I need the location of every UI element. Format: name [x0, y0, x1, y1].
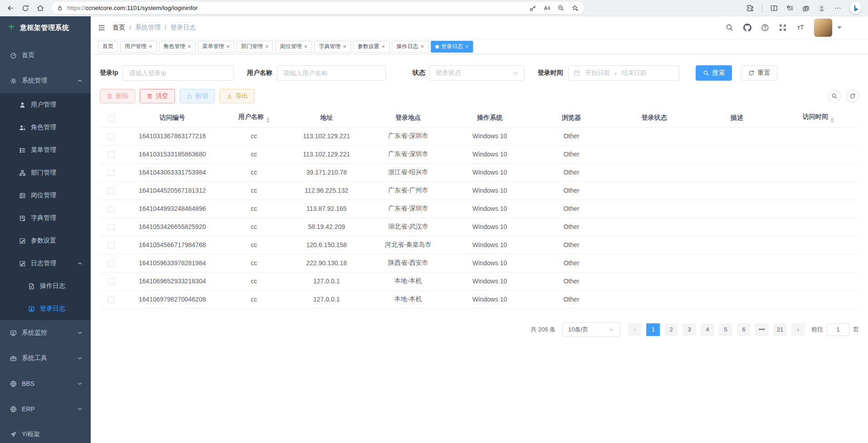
collections-button[interactable] [802, 4, 810, 12]
page-ellipsis-button[interactable]: ••• [755, 323, 769, 336]
extensions-button[interactable] [746, 4, 754, 12]
split-screen-button[interactable] [770, 4, 778, 12]
tab-close-icon[interactable]: × [343, 44, 346, 49]
row-checkbox[interactable] [108, 242, 114, 248]
login-ip-input[interactable] [122, 65, 234, 81]
tab-dict-mgmt[interactable]: 字典管理× [314, 41, 351, 53]
goto-page-input[interactable] [827, 323, 849, 336]
app: 意框架管理系统 首页 系统管理 用户管理 [0, 16, 868, 443]
row-checkbox[interactable] [108, 297, 114, 303]
help-button[interactable] [761, 24, 769, 32]
page-size-select[interactable]: 10条/页 [562, 322, 620, 337]
bing-chat-button[interactable] [849, 2, 862, 14]
sort-icon[interactable] [830, 117, 834, 123]
sidebar-item-roles[interactable]: 角色管理 [0, 116, 91, 139]
tab-close-icon[interactable]: × [304, 44, 307, 49]
tab-close-icon[interactable]: × [265, 44, 269, 49]
sidebar-item-erp[interactable]: ERP [0, 396, 91, 422]
tab-user-mgmt[interactable]: 用户管理× [120, 41, 157, 53]
fullscreen-button[interactable] [779, 24, 787, 32]
delete-button[interactable]: 删除 [100, 89, 135, 103]
sidebar-item-posts[interactable]: 岗位管理 [0, 184, 91, 207]
breadcrumb-home[interactable]: 首页 [112, 24, 125, 32]
github-link[interactable] [743, 24, 751, 32]
select-all-checkbox[interactable] [108, 115, 114, 122]
prev-page-button[interactable]: ‹ [628, 323, 642, 336]
tab-menu-mgmt[interactable]: 菜单管理× [198, 41, 234, 53]
page-button-3[interactable]: 3 [683, 323, 696, 336]
header-search-button[interactable] [726, 24, 734, 32]
sort-icon[interactable] [266, 117, 270, 123]
sidebar-item-home[interactable]: 首页 [0, 43, 91, 68]
row-checkbox[interactable] [108, 224, 114, 230]
next-page-button[interactable]: › [791, 323, 805, 336]
tab-close-icon[interactable]: × [465, 44, 469, 49]
refresh-table-button[interactable] [846, 90, 859, 102]
col-time[interactable]: 访问时间 [778, 109, 859, 127]
page-button-4[interactable]: 4 [701, 323, 714, 336]
sidebar-item-yi-framework[interactable]: Yi框架 [0, 422, 91, 443]
page-button-5[interactable]: 5 [719, 323, 732, 336]
row-checkbox[interactable] [108, 170, 114, 176]
browser-profile-button[interactable] [818, 4, 826, 12]
tab-home[interactable]: 首页 [98, 41, 118, 53]
tab-close-icon[interactable]: × [226, 44, 230, 49]
tab-operation-log[interactable]: 操作日志× [392, 41, 429, 53]
browser-home-button[interactable] [36, 4, 44, 12]
sidebar-item-menus[interactable]: 菜单管理 [0, 139, 91, 161]
sidebar-item-operation-log[interactable]: 操作日志 [0, 275, 91, 297]
sidebar-item-departments[interactable]: 部门管理 [0, 161, 91, 184]
sidebar-item-bbs[interactable]: BBS [0, 371, 91, 396]
row-checkbox[interactable] [108, 133, 114, 140]
tab-post-mgmt[interactable]: 岗位管理× [275, 41, 312, 53]
tab-role-mgmt[interactable]: 角色管理× [159, 41, 196, 53]
search-button[interactable]: 搜索 [696, 65, 732, 81]
row-checkbox[interactable] [108, 260, 114, 267]
password-button[interactable] [529, 5, 536, 12]
tab-param-settings[interactable]: 参数设置× [353, 41, 390, 53]
sidebar-item-system[interactable]: 系统管理 [0, 68, 91, 93]
toggle-search-button[interactable] [828, 90, 841, 102]
page-button-2[interactable]: 2 [664, 323, 678, 336]
tab-close-icon[interactable]: × [382, 44, 385, 49]
browser-menu-button[interactable] [834, 4, 842, 12]
row-checkbox[interactable] [108, 188, 114, 194]
address-bar[interactable]: https://ccnetcore.com:1101/system/log/lo… [51, 2, 584, 14]
read-aloud-button[interactable] [543, 5, 551, 12]
tab-dept-mgmt[interactable]: 部门管理× [237, 41, 273, 53]
tab-close-icon[interactable]: × [420, 44, 424, 49]
tab-close-icon[interactable]: × [149, 44, 152, 49]
tab-login-log[interactable]: 登录日志× [431, 41, 473, 53]
sidebar-item-parameters[interactable]: 参数设置 [0, 229, 91, 252]
page-button-1[interactable]: 1 [646, 323, 660, 336]
favorites-button[interactable] [786, 4, 794, 12]
avatar-caret-down-icon[interactable] [837, 26, 842, 29]
sidebar-item-monitoring[interactable]: 系统监控 [0, 320, 91, 346]
text-size-button[interactable] [796, 24, 805, 32]
sidebar-item-tools[interactable]: 系统工具 [0, 346, 91, 371]
add-favorite-button[interactable] [571, 5, 579, 12]
browser-refresh-button[interactable] [21, 4, 29, 12]
user-avatar[interactable] [814, 19, 832, 37]
row-checkbox[interactable] [108, 278, 114, 285]
browser-back-button[interactable] [6, 4, 15, 12]
clear-button[interactable]: 清空 [140, 89, 175, 103]
reset-button[interactable]: 重置 [741, 65, 777, 81]
zoom-out-button[interactable] [557, 5, 565, 12]
col-user[interactable]: 用户名称 [222, 109, 286, 127]
user-name-input[interactable] [277, 65, 386, 81]
page-button-21[interactable]: 21 [773, 323, 787, 336]
sidebar-collapse-button[interactable] [98, 24, 106, 32]
export-button[interactable]: 导出 [219, 89, 255, 103]
row-checkbox[interactable] [108, 206, 114, 212]
sidebar-item-logs[interactable]: 日志管理 [0, 252, 91, 275]
status-select[interactable]: 登录状态 [429, 65, 525, 81]
sidebar-item-users[interactable]: 用户管理 [0, 93, 91, 116]
row-checkbox[interactable] [108, 151, 114, 158]
sidebar-item-dictionary[interactable]: 字典管理 [0, 207, 91, 229]
page-button-6[interactable]: 6 [737, 323, 751, 336]
tab-close-icon[interactable]: × [188, 44, 191, 49]
unlock-button[interactable]: 解锁 [180, 89, 215, 103]
sidebar-item-login-log[interactable]: 登录日志 [0, 297, 91, 320]
date-range-picker[interactable]: 开始日期 - 结束日期 [568, 65, 679, 81]
